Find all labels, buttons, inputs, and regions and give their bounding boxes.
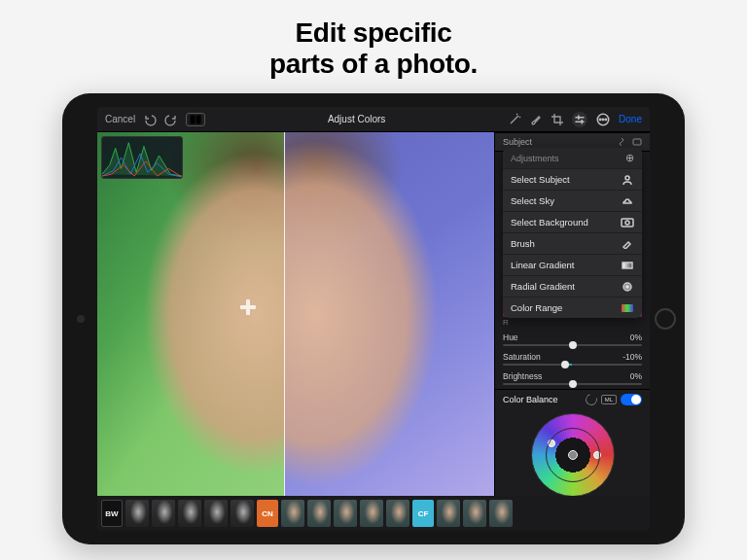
preset-thumb[interactable]: [281, 500, 304, 527]
color-balance-toggle[interactable]: [621, 394, 642, 405]
screen-title: Adjust Colors: [328, 114, 385, 124]
split-divider[interactable]: [284, 132, 285, 496]
redo-icon[interactable]: [164, 113, 178, 126]
before-image: [97, 132, 284, 496]
ml-badge[interactable]: ML: [601, 395, 617, 404]
app-screen: Cancel Adjust Colors Done: [97, 107, 650, 531]
popover-header: Adjustments ⊕: [503, 148, 642, 168]
linear-gradient-icon: [621, 261, 634, 270]
preset-thumb[interactable]: [178, 500, 201, 527]
crop-icon[interactable]: [551, 113, 564, 126]
svg-point-5: [605, 119, 606, 120]
svg-rect-1: [196, 115, 201, 123]
svg-point-9: [625, 221, 629, 225]
popover-select-background[interactable]: Select Background: [503, 211, 642, 232]
earring-detail: [240, 299, 256, 315]
wand-icon[interactable]: [508, 113, 521, 126]
popover-select-sky[interactable]: Select Sky: [503, 190, 642, 211]
preset-thumb[interactable]: [386, 500, 409, 527]
wheel-center-handle[interactable]: [568, 450, 578, 460]
sky-icon: [621, 196, 634, 206]
preset-filmstrip[interactable]: BW CN CF: [97, 496, 650, 531]
brush-icon[interactable]: [529, 113, 543, 126]
popover-select-subject[interactable]: Select Subject: [503, 168, 642, 190]
preset-bw[interactable]: BW: [101, 500, 123, 527]
tablet-frame: Cancel Adjust Colors Done: [62, 93, 685, 544]
color-range-icon: [621, 303, 634, 313]
svg-rect-0: [191, 115, 196, 123]
more-icon[interactable]: [595, 112, 611, 127]
top-toolbar: Cancel Adjust Colors Done: [97, 107, 650, 132]
histogram-overlay[interactable]: [101, 136, 183, 179]
radial-gradient-icon: [621, 282, 634, 292]
brightness-slider[interactable]: Brightness0%: [495, 369, 650, 389]
preset-thumb[interactable]: [204, 500, 228, 527]
cycle-icon[interactable]: [617, 137, 626, 147]
preset-thumb[interactable]: [334, 500, 357, 527]
hue-slider[interactable]: Hue0%: [495, 331, 650, 350]
svg-point-7: [625, 176, 629, 180]
done-button[interactable]: Done: [619, 114, 642, 124]
undo-icon[interactable]: [143, 113, 157, 126]
home-button[interactable]: [655, 308, 676, 330]
preset-thumb[interactable]: [231, 500, 254, 527]
color-balance-header: Color Balance ML: [495, 390, 650, 409]
popover-radial-gradient[interactable]: Radial Gradient: [503, 275, 642, 297]
compare-toggle-icon[interactable]: [186, 113, 205, 126]
adjust-icon[interactable]: [572, 112, 587, 127]
svg-point-11: [623, 283, 631, 291]
adjustments-panel: Subject Adjustments ⊕ Select Subject: [494, 132, 650, 496]
reset-color-balance-icon[interactable]: [584, 392, 599, 407]
preset-thumb[interactable]: [489, 500, 513, 527]
preset-thumb[interactable]: [152, 500, 175, 527]
svg-rect-6: [633, 139, 641, 145]
wheel-handle-a[interactable]: [548, 439, 555, 447]
svg-point-4: [602, 119, 603, 120]
preset-thumb[interactable]: [307, 500, 331, 527]
color-balance-wheel[interactable]: [531, 413, 615, 496]
person-icon: [621, 175, 634, 185]
popover-color-range[interactable]: Color Range: [503, 297, 642, 318]
popover-linear-gradient[interactable]: Linear Gradient: [503, 254, 642, 275]
headline: Edit specific parts of a photo.: [0, 0, 747, 93]
preset-thumb[interactable]: [125, 500, 149, 527]
wheel-handle-b[interactable]: [593, 451, 601, 459]
mask-popover: Adjustments ⊕ Select Subject Select Sky …: [503, 148, 642, 318]
background-icon: [621, 218, 634, 228]
photo-canvas[interactable]: [97, 132, 494, 496]
preset-thumb[interactable]: [463, 500, 486, 527]
saturation-slider[interactable]: Saturation-10%: [495, 350, 650, 369]
cancel-button[interactable]: Cancel: [105, 114, 135, 124]
brush-tool-icon: [621, 239, 634, 249]
svg-point-3: [600, 119, 601, 120]
preset-cf[interactable]: CF: [412, 500, 434, 527]
mask-icon[interactable]: [632, 137, 642, 147]
preset-thumb[interactable]: [360, 500, 383, 527]
preset-thumb[interactable]: [437, 500, 460, 527]
svg-rect-10: [622, 262, 632, 268]
add-icon[interactable]: ⊕: [625, 152, 634, 164]
after-image: [284, 132, 494, 496]
preset-cn[interactable]: CN: [257, 500, 278, 527]
popover-brush[interactable]: Brush: [503, 232, 642, 254]
